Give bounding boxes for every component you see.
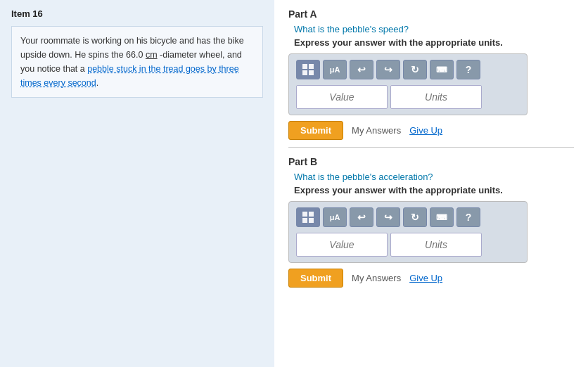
part-a-value-input[interactable] [296,85,388,109]
redo-button-a[interactable]: ↪ [376,60,400,79]
item-title: Item 16 [11,8,263,19]
part-a-label: Part A [288,8,574,20]
undo-icon-b: ↩ [357,212,366,223]
keyboard-button-a[interactable]: ⌨ [430,60,454,79]
svg-rect-1 [309,64,314,69]
mu-label-b: μA [330,213,340,221]
undo-button-b[interactable]: ↩ [350,207,373,227]
part-b-input-row [296,233,520,257]
undo-icon-a: ↩ [357,64,366,75]
undo-button-a[interactable]: ↩ [350,60,373,79]
grid-button-b[interactable] [296,207,320,227]
part-a-submit-button[interactable]: Submit [288,121,343,140]
part-b-value-input[interactable] [296,233,388,257]
part-b-bottom-row: Submit My Answers Give Up [288,269,574,288]
svg-rect-3 [309,70,314,75]
part-a-toolbar: μA ↩ ↪ ↻ ⌨ ? [296,60,520,79]
keyboard-icon-a: ⌨ [436,65,447,75]
problem-text: Your roommate is working on his bicycle … [20,36,244,88]
section-divider [288,147,574,148]
problem-text-box: Your roommate is working on his bicycle … [11,26,263,98]
pebble-highlight: pebble stuck in the tread goes by three … [20,64,239,88]
svg-rect-2 [302,70,307,75]
grid-icon-a [301,63,315,77]
svg-rect-6 [302,218,307,223]
part-a-input-row [296,85,520,109]
mu-button-a[interactable]: μA [323,60,347,79]
part-b-section: Part B What is the pebble's acceleration… [288,156,574,288]
keyboard-icon-b: ⌨ [436,213,447,222]
mu-button-b[interactable]: μA [323,207,347,227]
keyboard-button-b[interactable]: ⌨ [430,207,454,227]
refresh-button-b[interactable]: ↻ [403,207,427,227]
mu-label-a: μA [330,65,340,74]
part-a-question: What is the pebble's speed? [294,24,574,34]
svg-rect-0 [302,64,307,69]
svg-rect-4 [302,212,307,217]
redo-icon-b: ↪ [384,212,392,223]
part-a-units-input[interactable] [390,85,482,109]
right-panel: Part A What is the pebble's speed? Expre… [274,0,588,367]
part-b-instruction: Express your answer with the appropriate… [294,185,574,195]
part-b-question: What is the pebble's acceleration? [294,172,574,182]
refresh-icon-b: ↻ [411,212,419,223]
part-b-give-up-link[interactable]: Give Up [409,273,442,283]
part-a-my-answers-label: My Answers [352,125,401,136]
svg-rect-7 [309,218,314,223]
refresh-button-a[interactable]: ↻ [403,60,427,79]
part-b-units-input[interactable] [390,233,482,257]
part-a-section: Part A What is the pebble's speed? Expre… [288,8,574,140]
part-b-answer-box: μA ↩ ↪ ↻ ⌨ ? [288,201,528,263]
part-a-give-up-link[interactable]: Give Up [409,125,442,136]
part-a-instruction: Express your answer with the appropriate… [294,37,574,48]
grid-button-a[interactable] [296,60,320,79]
cm-unit: cm [146,50,158,60]
refresh-icon-a: ↻ [411,64,419,75]
svg-rect-5 [309,212,314,217]
help-icon-a: ? [466,64,472,75]
redo-icon-a: ↪ [384,64,392,75]
part-b-toolbar: μA ↩ ↪ ↻ ⌨ ? [296,207,520,227]
redo-button-b[interactable]: ↪ [376,207,400,227]
part-b-submit-button[interactable]: Submit [288,269,343,288]
part-a-bottom-row: Submit My Answers Give Up [288,121,574,140]
part-b-label: Part B [288,156,574,167]
grid-icon-b [301,210,315,224]
help-icon-b: ? [466,212,472,223]
help-button-a[interactable]: ? [456,60,480,79]
left-panel: Item 16 Your roommate is working on his … [0,0,274,367]
part-a-answer-box: μA ↩ ↪ ↻ ⌨ ? [288,53,528,115]
part-b-my-answers-label: My Answers [352,273,401,283]
help-button-b[interactable]: ? [456,207,480,227]
